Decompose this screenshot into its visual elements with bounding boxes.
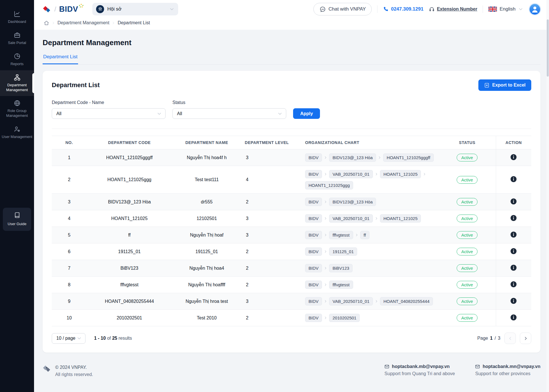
info-icon[interactable]: [510, 314, 517, 321]
page-size-select[interactable]: 10 / page: [52, 333, 85, 344]
status-cell: Active: [439, 166, 496, 194]
sidebar-item-sale-portal[interactable]: Sale Portal: [0, 28, 34, 49]
organizational-chart: BIDVBiBV123: [302, 260, 439, 277]
briefcase-icon: [14, 32, 21, 39]
info-icon[interactable]: [510, 176, 517, 183]
sidebar-item-user-guide[interactable]: User Guide: [3, 208, 31, 231]
globe-icon: [14, 100, 21, 107]
chevron-right-icon: [324, 266, 327, 270]
column-header: NO.: [52, 136, 87, 149]
previous-page-button[interactable]: [504, 333, 516, 344]
chevron-right-icon: [324, 283, 327, 287]
chat-icon: zalo: [319, 6, 326, 13]
scrollbar[interactable]: [546, 0, 549, 392]
org-chart-tag: HOANT_040820255444: [380, 297, 433, 305]
branch-selector[interactable]: Hội sở: [92, 3, 178, 15]
column-header: DEPARTMENT CODE: [87, 136, 172, 149]
org-chart-tag: VAB_20250710_01: [329, 214, 373, 223]
header-actions: zalo Chat with VNPAY 0247.309.1291 Exten…: [313, 3, 541, 15]
department-level: 2: [241, 277, 302, 293]
info-icon[interactable]: [510, 154, 517, 161]
department-filter-select[interactable]: All: [52, 108, 166, 119]
rights-text: All rights reserved.: [55, 371, 93, 378]
sidebar-nav: DashboardSale PortalReportsDepartment Ma…: [0, 7, 34, 143]
user-avatar[interactable]: [529, 3, 541, 15]
card-title: Department List: [52, 81, 100, 89]
department-name: 191125_01: [172, 243, 241, 260]
divider: [52, 129, 531, 129]
status-cell: Active: [439, 260, 496, 277]
support-contact: hoptacbank.mn@vnpay.vn Support for other…: [475, 364, 540, 376]
chevron-right-icon: [51, 21, 55, 25]
org-chart-tag: 191125_01: [329, 247, 357, 256]
info-icon[interactable]: [510, 231, 517, 238]
tab-department-list[interactable]: Department List: [43, 54, 78, 64]
status-filter-select[interactable]: All: [172, 108, 286, 119]
action-cell: [496, 149, 531, 166]
organizational-chart: BIDVfffvgtesstff: [302, 227, 439, 243]
info-icon[interactable]: [510, 264, 517, 271]
row-number: 1: [52, 149, 87, 166]
sidebar-item-label: Role Group Management: [2, 109, 32, 118]
info-icon[interactable]: [510, 198, 517, 205]
sidebar-item-dashboard[interactable]: Dashboard: [0, 7, 34, 28]
logo-separator: /: [54, 5, 56, 13]
extension-number-link[interactable]: Extension Number: [429, 6, 477, 12]
headphones-icon: [429, 6, 435, 12]
language-selector[interactable]: English: [488, 6, 523, 12]
department-name: Nguyễn Thị hoaf: [172, 227, 241, 243]
table-body: 1HOANT1_121025gggffNguyễn Thị hoa4f h3BI…: [52, 149, 531, 326]
tab-bar: Department List: [43, 54, 540, 65]
footer-contacts: hoptacbank.mb@vnpay.vn Support from Quan…: [384, 364, 540, 376]
phone-icon: [383, 6, 389, 12]
org-chart-tag: BIDV: [305, 247, 322, 256]
filter-bar: Department Code - Name All Status All: [52, 100, 531, 119]
page-content: Department Management Department List De…: [34, 30, 549, 392]
info-icon[interactable]: [510, 297, 517, 304]
chat-with-vnpay-button[interactable]: zalo Chat with VNPAY: [313, 3, 372, 15]
breadcrumb-item[interactable]: Department List: [118, 20, 150, 25]
org-chart-tag: BIDV123@_123 Hòa: [329, 153, 376, 162]
chevron-right-icon: [324, 217, 327, 220]
sidebar-item-user-management[interactable]: User Management: [0, 122, 34, 143]
action-cell: [496, 310, 531, 326]
breadcrumb-item[interactable]: Department Management: [57, 20, 109, 25]
sidebar-item-department-management[interactable]: Department Management: [0, 70, 34, 96]
department-code: 191125_01: [87, 243, 172, 260]
copyright-text: © 2024 VNPAY.: [55, 364, 93, 371]
department-name: Nguyễn Thị hoa4f h: [172, 149, 241, 166]
info-icon[interactable]: [510, 215, 517, 221]
org-chart-tag: BIDV: [305, 170, 322, 178]
home-icon[interactable]: [44, 20, 49, 26]
organizational-chart: BIDVBIDV123@_123 Hòa: [302, 194, 439, 210]
action-cell: [496, 293, 531, 310]
department-code: 2010202501: [87, 310, 172, 326]
status-filter-group: Status All: [172, 100, 286, 119]
support-email[interactable]: hoptacbank.mb@vnpay.vn: [392, 364, 450, 369]
info-icon[interactable]: [510, 248, 517, 255]
divider: [377, 5, 377, 13]
org-chart-tag: BIDV: [305, 314, 322, 322]
vnpay-logo-gray-icon: [43, 365, 51, 373]
sidebar-item-role-group-management[interactable]: Role Group Management: [0, 96, 34, 122]
support-email[interactable]: hoptacbank.mn@vnpay.vn: [483, 364, 540, 369]
scrollbar-thumb[interactable]: [547, 19, 549, 77]
apply-button[interactable]: Apply: [293, 108, 320, 119]
row-number: 3: [52, 194, 87, 210]
filter-label: Status: [172, 100, 286, 105]
org-chart-tag: BIDV: [305, 297, 322, 305]
status-badge: Active: [457, 248, 478, 255]
sidebar-item-label: Reports: [11, 62, 24, 67]
column-header: DEPARTMENT NAME: [172, 136, 241, 149]
breadcrumb: Department ManagementDepartment List: [34, 18, 549, 30]
mail-icon: [384, 364, 389, 369]
phone-number[interactable]: 0247.309.1291: [383, 6, 423, 12]
export-to-excel-button[interactable]: Export to Excel: [478, 79, 531, 91]
info-icon[interactable]: [510, 281, 517, 288]
next-page-button[interactable]: [520, 333, 531, 344]
column-header: STATUS: [439, 136, 496, 149]
status-badge: Active: [457, 297, 478, 305]
department-code: HOANT1_121025ggg: [87, 166, 172, 194]
action-cell: [496, 243, 531, 260]
sidebar-item-reports[interactable]: Reports: [0, 49, 34, 70]
